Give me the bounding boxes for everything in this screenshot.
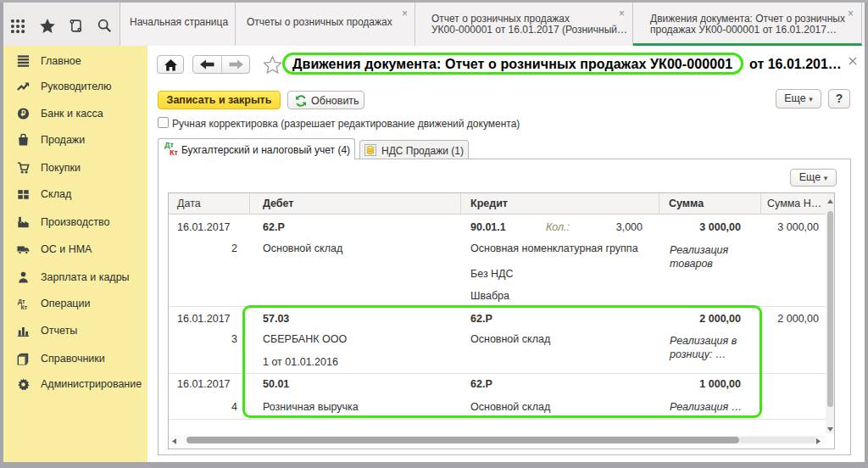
svg-text:Кт: Кт — [20, 304, 27, 310]
svg-text:₽: ₽ — [21, 109, 26, 118]
